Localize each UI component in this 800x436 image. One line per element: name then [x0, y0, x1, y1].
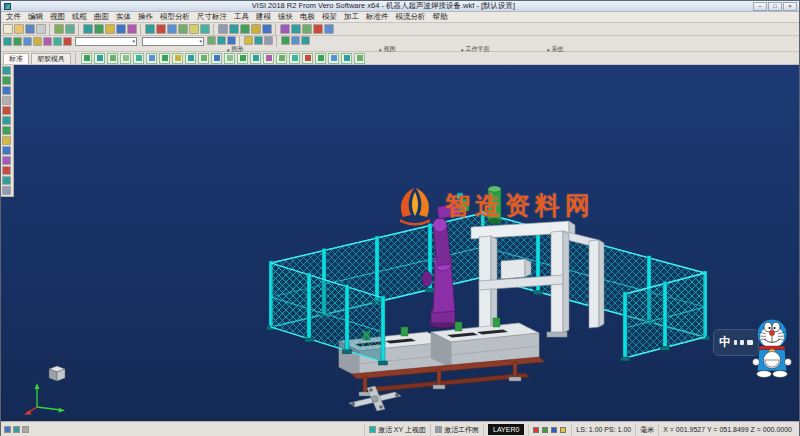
layer-color-swatch[interactable]	[560, 427, 566, 433]
cad-tool-icon[interactable]	[227, 36, 236, 45]
cad-tool-icon[interactable]	[218, 24, 228, 34]
cad-tool-icon[interactable]	[33, 37, 42, 46]
cad-tool-icon[interactable]	[2, 186, 11, 195]
cad-tool-icon[interactable]	[262, 24, 272, 34]
layer-badge[interactable]: LAYER0	[488, 424, 524, 435]
active-workplane-indicator[interactable]: 激活工作面	[430, 424, 483, 436]
menu-item[interactable]: 尺寸标注	[197, 12, 227, 22]
toolbar-icon[interactable]	[315, 53, 326, 64]
cad-tool-icon[interactable]	[2, 136, 11, 145]
menu-item[interactable]: 线框	[72, 12, 87, 22]
ime-icon[interactable]	[740, 340, 743, 345]
save-icon[interactable]	[25, 24, 35, 34]
cad-tool-icon[interactable]	[2, 156, 11, 165]
cad-tool-icon[interactable]	[2, 146, 11, 155]
menu-item[interactable]: 视图	[50, 12, 65, 22]
close-button[interactable]: ×	[783, 2, 797, 11]
cad-tool-icon[interactable]	[83, 24, 93, 34]
cad-tool-icon[interactable]	[116, 24, 126, 34]
cad-tool-icon[interactable]	[280, 24, 290, 34]
toolbar-icon[interactable]	[81, 53, 92, 64]
cad-tool-icon[interactable]	[2, 96, 11, 105]
new-file-icon[interactable]	[3, 24, 13, 34]
undo-icon[interactable]	[54, 24, 64, 34]
units-indicator[interactable]: 毫米	[635, 424, 658, 436]
toolbar-icon[interactable]	[302, 53, 313, 64]
menu-item[interactable]: 工具	[234, 12, 249, 22]
cad-tool-icon[interactable]	[189, 24, 199, 34]
cad-tool-icon[interactable]	[240, 24, 250, 34]
menu-item[interactable]: 帮助	[433, 12, 448, 22]
menu-item[interactable]: 标准件	[366, 12, 389, 22]
cad-tool-icon[interactable]	[302, 24, 312, 34]
cad-tool-icon[interactable]	[251, 24, 261, 34]
layer-color-swatch[interactable]	[542, 427, 548, 433]
cad-tool-icon[interactable]	[167, 24, 177, 34]
tab-mold[interactable]: 塑胶模具	[31, 53, 71, 64]
cad-tool-icon[interactable]	[2, 166, 11, 175]
toolbar-icon[interactable]	[341, 53, 352, 64]
menu-item[interactable]: 模架	[322, 12, 337, 22]
toolbar-icon[interactable]	[146, 53, 157, 64]
menu-item[interactable]: 曲面	[94, 12, 109, 22]
cad-tool-icon[interactable]	[244, 36, 253, 45]
toolbar-icon[interactable]	[133, 53, 144, 64]
cad-tool-icon[interactable]	[313, 24, 323, 34]
toolbar-icon[interactable]	[211, 53, 222, 64]
toolbar-icon[interactable]	[172, 53, 183, 64]
cad-tool-icon[interactable]	[3, 37, 12, 46]
layer-color-swatch[interactable]	[533, 427, 539, 433]
open-file-icon[interactable]	[14, 24, 24, 34]
menu-item[interactable]: 实体	[116, 12, 131, 22]
cad-tool-icon[interactable]	[156, 24, 166, 34]
toolbar-icon[interactable]	[120, 53, 131, 64]
tab-standard[interactable]: 标准	[3, 53, 29, 64]
toolbar-icon[interactable]	[224, 53, 235, 64]
cad-tool-icon[interactable]	[13, 37, 22, 46]
toolbar-icon[interactable]	[94, 53, 105, 64]
toolbar-icon[interactable]	[107, 53, 118, 64]
cad-tool-icon[interactable]	[2, 126, 11, 135]
menu-item[interactable]: 加工	[344, 12, 359, 22]
cad-tool-icon[interactable]	[264, 36, 273, 45]
view-combo[interactable]: ▾	[142, 37, 204, 46]
cad-tool-icon[interactable]	[301, 36, 310, 45]
maximize-button[interactable]: □	[768, 2, 782, 11]
menu-item[interactable]: 电极	[300, 12, 315, 22]
layer-color-swatch[interactable]	[551, 427, 557, 433]
cad-tool-icon[interactable]	[63, 37, 72, 46]
menu-item[interactable]: 操作	[138, 12, 153, 22]
cad-tool-icon[interactable]	[254, 36, 263, 45]
status-icon[interactable]	[4, 426, 11, 433]
group-workplane[interactable]: ▾工作平面	[461, 45, 490, 54]
cad-tool-icon[interactable]	[23, 37, 32, 46]
cad-tool-icon[interactable]	[178, 24, 188, 34]
cad-tool-icon[interactable]	[2, 86, 11, 95]
toolbar-icon[interactable]	[237, 53, 248, 64]
viewport-3d[interactable]: 智造资料网 中	[1, 65, 799, 421]
cad-tool-icon[interactable]	[2, 76, 11, 85]
toolbar-icon[interactable]	[328, 53, 339, 64]
cad-tool-icon[interactable]	[2, 106, 11, 115]
status-icon[interactable]	[13, 426, 20, 433]
scene-canvas[interactable]	[13, 65, 799, 421]
cad-tool-icon[interactable]	[145, 24, 155, 34]
cad-tool-icon[interactable]	[324, 24, 334, 34]
minimize-button[interactable]: –	[753, 2, 767, 11]
menu-item[interactable]: 文件	[6, 12, 21, 22]
print-icon[interactable]	[36, 24, 46, 34]
toolbar-icon[interactable]	[198, 53, 209, 64]
group-graphics[interactable]: ▾图形	[227, 45, 244, 54]
menu-item[interactable]: 建模	[256, 12, 271, 22]
cad-tool-icon[interactable]	[207, 36, 216, 45]
toolbar-icon[interactable]	[185, 53, 196, 64]
toolbar-icon[interactable]	[354, 53, 365, 64]
active-view-indicator[interactable]: 激活 XY 上视图	[364, 424, 430, 436]
cad-tool-icon[interactable]	[281, 36, 290, 45]
status-icon[interactable]	[22, 426, 29, 433]
ime-icon[interactable]	[734, 340, 737, 345]
cad-tool-icon[interactable]	[291, 36, 300, 45]
toolbar-icon[interactable]	[289, 53, 300, 64]
cad-tool-icon[interactable]	[2, 116, 11, 125]
toolbar-icon[interactable]	[263, 53, 274, 64]
